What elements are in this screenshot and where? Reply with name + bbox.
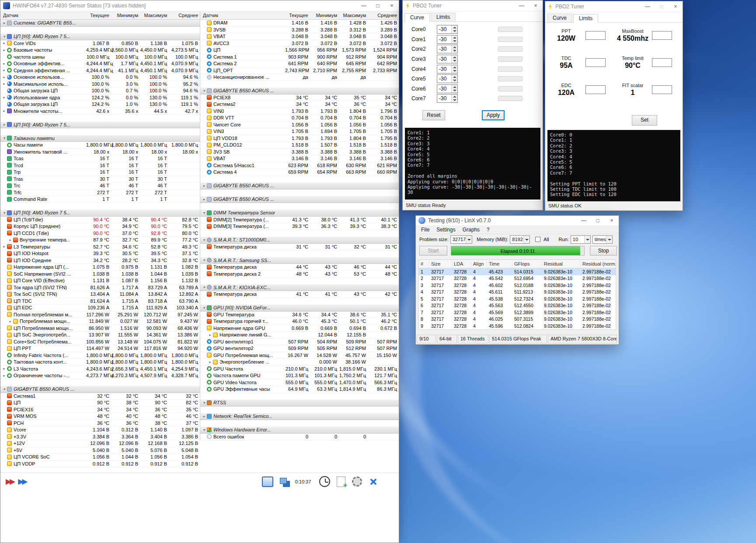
run-unit-select[interactable]: times bbox=[592, 235, 613, 244]
sensor-row[interactable]: Tcas16 T16 T16 T bbox=[0, 155, 200, 162]
sensor-row[interactable]: 3VSB3.288 B3.288 B3.312 B3.289 B bbox=[200, 27, 399, 34]
expander-icon[interactable]: ▸ bbox=[201, 197, 207, 201]
expander-icon[interactable]: ▸ bbox=[1, 75, 7, 79]
sensor-row[interactable]: ЦП (Tctl/Tdie)90.4 °C38.4 °C90.4 °C82.8 … bbox=[0, 217, 200, 224]
spin-up-icon[interactable] bbox=[452, 45, 457, 49]
spin-up-icon[interactable] bbox=[452, 95, 457, 98]
table-column-header[interactable]: LDA bbox=[452, 261, 471, 266]
sensor-row[interactable]: PCIEX1634 °C34 °C36 °C35 °C bbox=[0, 406, 200, 413]
sensor-row[interactable]: ▸Внутренние темпера...87.9 °C32.7 °C89.9… bbox=[0, 237, 200, 244]
value-column-header[interactable]: Максимум bbox=[338, 13, 367, 18]
sensor-row[interactable]: Tras30 T30 T30 T bbox=[0, 176, 200, 183]
expander-icon[interactable]: ▾ bbox=[1, 387, 7, 391]
sensor-group-row[interactable]: ▸ЦП [#0]: AMD Ryzen 7 5... bbox=[0, 122, 200, 129]
sensor-group-row[interactable]: ▸Система: GIGABYTE B55... bbox=[0, 20, 200, 27]
expander-icon[interactable]: ▸ bbox=[201, 414, 207, 418]
sensor-row[interactable]: +3.3V3.384 B3.364 B3.404 B3.386 B bbox=[0, 434, 200, 441]
sensor-row[interactable]: Trc46 T46 T46 T bbox=[0, 182, 200, 189]
expander-icon[interactable]: ▾ bbox=[201, 89, 207, 93]
expander-icon[interactable]: ▸ bbox=[1, 123, 7, 126]
sensor-row[interactable]: Ток SoC (SVI2 TFN)13.404 A11.084 A13.842… bbox=[0, 291, 200, 298]
expander-icon[interactable]: ▾ bbox=[201, 285, 207, 289]
expander-icon[interactable]: ▸ bbox=[1, 21, 7, 25]
spin-down-icon[interactable] bbox=[452, 49, 457, 53]
sensor-row[interactable]: VBAT3.048 B3.048 B3.048 B3.048 B bbox=[200, 33, 399, 40]
sensors-monitor-icon[interactable] bbox=[262, 476, 273, 487]
core-offset-input[interactable]: -30 bbox=[437, 94, 458, 103]
sensor-row[interactable]: ▸Основные эффектив...4,244.4 МГц1.7 МГц4… bbox=[0, 60, 200, 67]
spin-up-icon[interactable] bbox=[452, 65, 457, 69]
tab-curve[interactable]: Curve bbox=[404, 13, 430, 22]
hwinfo-arrows-red-icon[interactable] bbox=[6, 476, 14, 487]
sensor-group-row[interactable]: ▾RTSS bbox=[200, 399, 399, 406]
minimize-button[interactable]: — bbox=[577, 216, 591, 225]
sensor-row[interactable]: DDR VTT0.704 B0.704 B0.704 B0.704 B bbox=[200, 115, 399, 122]
sensor-row[interactable]: ЦП1,566 RPM956 RPM1,573 RPM1,524 RPM bbox=[200, 47, 399, 54]
limit-input[interactable] bbox=[585, 31, 606, 40]
result-row[interactable]: 63271732728445.563512.45509.026383e-102.… bbox=[419, 302, 616, 309]
result-row[interactable]: 43271732728445.611511.92139.026383e-102.… bbox=[419, 289, 616, 296]
sensor-row[interactable]: ЦП VDD181.793 B1.793 B1.804 B1.795 B bbox=[200, 135, 399, 142]
settings-gear-icon[interactable] bbox=[352, 476, 362, 487]
problem-size-select[interactable]: 32717 bbox=[450, 235, 473, 244]
sensor-row[interactable]: VIN01.793 B1.793 B1.804 B1.796 B bbox=[200, 108, 399, 115]
sensor-row[interactable]: ▸Core VIDs1.067 B0.850 B1.138 B1.075 B bbox=[0, 40, 200, 47]
menu-file[interactable]: File bbox=[418, 227, 433, 233]
sensor-row[interactable]: ▸L3 Частота4,243.6 МГц2,656.3 МГц4,450.1… bbox=[0, 366, 200, 373]
table-column-header[interactable]: Residual bbox=[542, 261, 581, 266]
sensor-row[interactable]: Ток ядра ЦП (SVI2 TFN)81.626 A1.717 A83.… bbox=[0, 284, 200, 291]
expander-icon[interactable]: ▸ bbox=[201, 184, 207, 188]
expander-icon[interactable]: ▾ bbox=[201, 238, 207, 242]
core-offset-input[interactable]: -30 bbox=[437, 84, 458, 93]
chevron-down-icon[interactable] bbox=[523, 236, 530, 243]
close-button[interactable]: × bbox=[529, 0, 543, 11]
sensor-row[interactable]: Полная потребляемая м...117.296 W25.291 … bbox=[0, 312, 200, 319]
sensor-row[interactable]: ▸Средняя эффективная ...4,244.4 МГц41.1 … bbox=[0, 67, 200, 74]
expander-icon[interactable]: ▸ bbox=[7, 238, 13, 242]
sensor-row[interactable]: ЦП IOD Hotspot39.3 °C30.5 °C39.5 °C37.1 … bbox=[0, 250, 200, 257]
memory-select[interactable]: 8192 bbox=[510, 235, 530, 244]
sensor-row[interactable]: GPU вентилятор1507 RPM504 RPM509 RPM507 … bbox=[200, 339, 399, 346]
expander-icon[interactable]: ▸ bbox=[1, 245, 7, 249]
table-column-header[interactable]: Size bbox=[429, 261, 452, 266]
sensor-row[interactable]: ▸Основное использов...100.0 %0.0 %100.0 … bbox=[0, 74, 200, 81]
sensor-group-row[interactable]: ▸Network: RealTek Semico... bbox=[200, 413, 399, 420]
tab-curve[interactable]: Curve bbox=[547, 14, 572, 22]
sensor-row[interactable]: Общая загрузка ЦП124.2 %1.0 %130.0 %119.… bbox=[0, 101, 200, 108]
sensor-row[interactable]: ЦП PPT114.497 W24.514 W117.816 W94.920 W bbox=[0, 345, 200, 352]
limit-input[interactable] bbox=[652, 85, 672, 94]
sensor-row[interactable]: Частота памяти GPU101.3 МГц101.3 МГц1,75… bbox=[200, 372, 399, 379]
maximize-button[interactable]: □ bbox=[371, 0, 385, 11]
report-icon[interactable] bbox=[337, 476, 345, 487]
expander-icon[interactable]: ▸ bbox=[1, 68, 7, 72]
value-column-header[interactable]: Среднее bbox=[168, 13, 200, 18]
reset-button[interactable]: Reset bbox=[422, 110, 445, 120]
sensor-row[interactable]: 3V3 SB3.388 B3.388 B3.388 B3.388 B bbox=[200, 149, 399, 156]
spin-up-icon[interactable] bbox=[452, 85, 457, 89]
sensor-row[interactable]: Система 2641 RPM640 RPM645 RPM642 RPM bbox=[200, 60, 399, 67]
sensor-row[interactable]: Несанкционированное ...дадада bbox=[200, 74, 399, 81]
expander-icon[interactable]: ▸ bbox=[1, 82, 7, 86]
sensor-row[interactable]: Тактовая частота конт...1,800.0 МГц1,800… bbox=[0, 359, 200, 366]
sensor-row[interactable]: +12V12.096 B12.096 B12.168 B12.125 B bbox=[0, 440, 200, 447]
sensor-row[interactable]: ЦП VCORE SoC1.056 B1.044 B1.056 B1.054 B bbox=[0, 454, 200, 461]
expander-icon[interactable]: ▸ bbox=[1, 48, 7, 52]
sensor-group-row[interactable]: ▾GIGABYTE B550 AORUS ... bbox=[200, 88, 399, 95]
start-button[interactable]: Start bbox=[419, 246, 447, 256]
share-screens-icon[interactable] bbox=[280, 478, 287, 484]
sensor-row[interactable]: Температура диска 248 °C43 °C53 °C48 °C bbox=[200, 271, 399, 278]
sensor-row[interactable]: VIN31.705 B1.694 B1.705 B1.705 B bbox=[200, 128, 399, 135]
limit-input[interactable] bbox=[652, 31, 672, 40]
expander-icon[interactable]: ▸ bbox=[1, 374, 7, 378]
spin-down-icon[interactable] bbox=[452, 59, 457, 63]
sensor-row[interactable]: Температура диска44 °C43 °C46 °C44 °C bbox=[200, 264, 399, 271]
sensor-group-row[interactable]: ▾DIMM Температура Sensor bbox=[200, 210, 399, 217]
all-checkbox[interactable] bbox=[535, 237, 540, 242]
sensor-row[interactable]: ▸Множители частоты...42.6 x35.6 x44.5 x4… bbox=[0, 108, 200, 115]
sensor-row[interactable]: GPU вентилятор2509 RPM505 RPM512 RPM507 … bbox=[200, 345, 399, 352]
chevron-down-icon[interactable] bbox=[466, 236, 472, 243]
expander-icon[interactable]: ▾ bbox=[201, 306, 207, 310]
spin-up-icon[interactable] bbox=[452, 25, 457, 29]
spin-down-icon[interactable] bbox=[452, 29, 457, 33]
expander-icon[interactable]: ▾ bbox=[1, 136, 7, 140]
